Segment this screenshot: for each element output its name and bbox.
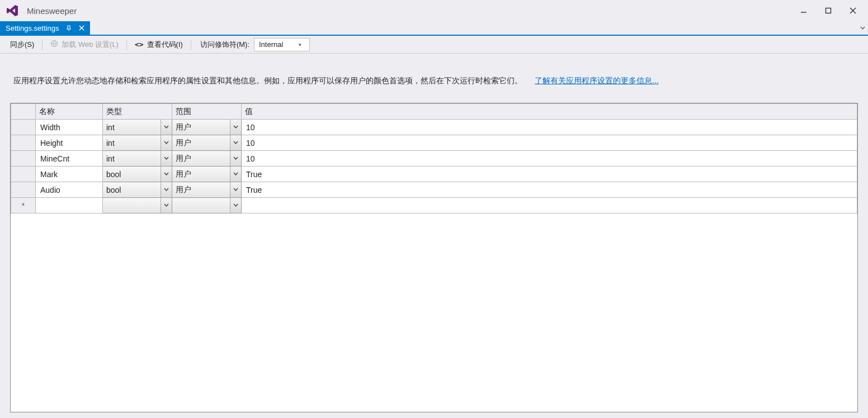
close-button[interactable] bbox=[846, 4, 860, 17]
chevron-down-icon[interactable] bbox=[161, 167, 172, 182]
value-cell[interactable]: 10 bbox=[242, 120, 857, 135]
chevron-down-icon[interactable] bbox=[161, 182, 172, 197]
view-code-button[interactable]: <> 查看代码(I) bbox=[130, 37, 187, 52]
description-text: 应用程序设置允许您动态地存储和检索应用程序的属性设置和其他信息。例如，应用程序可… bbox=[13, 76, 522, 85]
type-cell[interactable]: bool bbox=[103, 167, 172, 182]
chevron-down-icon[interactable] bbox=[230, 120, 241, 135]
window-controls bbox=[796, 4, 864, 17]
scope-value: 用户 bbox=[172, 136, 230, 150]
document-tab-bar: Settings.settings bbox=[0, 21, 868, 36]
type-cell[interactable]: int bbox=[103, 120, 172, 135]
scope-cell[interactable]: 用户 bbox=[172, 120, 242, 135]
tab-label: Settings.settings bbox=[6, 24, 59, 32]
table-row: Heightint用户10 bbox=[11, 135, 857, 151]
row-header[interactable] bbox=[11, 167, 36, 182]
pin-icon[interactable] bbox=[64, 24, 72, 32]
row-header[interactable] bbox=[11, 182, 36, 198]
content-area: 应用程序设置允许您动态地存储和检索应用程序的属性设置和其他信息。例如，应用程序可… bbox=[0, 54, 868, 418]
scope-cell[interactable]: 用户 bbox=[172, 135, 242, 151]
row-header[interactable] bbox=[11, 135, 36, 151]
chevron-down-icon[interactable] bbox=[161, 120, 172, 135]
svg-point-6 bbox=[51, 41, 58, 47]
chevron-down-icon[interactable] bbox=[230, 151, 241, 166]
col-header-name[interactable]: 名称 bbox=[36, 104, 103, 120]
chevron-down-icon[interactable] bbox=[230, 135, 241, 150]
type-cell[interactable]: int bbox=[103, 135, 172, 151]
description-row: 应用程序设置允许您动态地存储和检索应用程序的属性设置和其他信息。例如，应用程序可… bbox=[13, 76, 855, 86]
access-modifier-select[interactable]: Internal ▾ bbox=[254, 38, 310, 51]
svg-line-5 bbox=[79, 26, 84, 30]
scope-cell[interactable]: 用户 bbox=[172, 151, 242, 167]
value-cell[interactable]: 10 bbox=[242, 135, 857, 151]
type-value: bool bbox=[103, 168, 161, 180]
name-cell[interactable]: Mark bbox=[36, 167, 103, 182]
learn-more-link[interactable]: 了解有关应用程序设置的更多信息... bbox=[535, 76, 659, 85]
type-cell[interactable] bbox=[103, 198, 172, 213]
scope-value: 用户 bbox=[172, 168, 230, 181]
scope-cell[interactable]: 用户 bbox=[172, 167, 242, 182]
load-web-settings-button: 加载 Web 设置(L) bbox=[46, 37, 123, 52]
separator bbox=[191, 40, 191, 50]
chevron-down-icon: ▾ bbox=[299, 42, 301, 48]
table-row: Audiobool用户True bbox=[11, 182, 857, 198]
access-modifier-value: Internal bbox=[259, 40, 283, 49]
value-cell[interactable]: 10 bbox=[242, 151, 857, 167]
chevron-down-icon[interactable] bbox=[230, 167, 241, 182]
name-cell[interactable]: Height bbox=[36, 135, 103, 151]
window-title: Minesweeper bbox=[27, 6, 77, 16]
type-value: bool bbox=[103, 184, 161, 196]
minimize-button[interactable] bbox=[796, 4, 811, 17]
scope-cell[interactable]: 用户 bbox=[172, 182, 242, 198]
value-cell[interactable]: True bbox=[242, 167, 857, 182]
chevron-down-icon[interactable] bbox=[161, 135, 172, 150]
col-header-type[interactable]: 类型 bbox=[103, 104, 172, 120]
title-bar: Minesweeper bbox=[0, 0, 868, 21]
grid-header-row: 名称 类型 范围 值 bbox=[11, 104, 857, 120]
svg-line-2 bbox=[850, 8, 856, 13]
sync-button[interactable]: 同步(S) bbox=[6, 37, 39, 52]
chevron-down-icon[interactable] bbox=[161, 151, 172, 166]
col-header-value[interactable]: 值 bbox=[242, 104, 857, 120]
type-cell[interactable]: bool bbox=[103, 182, 172, 198]
scope-value bbox=[172, 204, 230, 207]
svg-line-4 bbox=[79, 26, 84, 30]
new-row-marker[interactable]: * bbox=[11, 198, 36, 213]
chevron-down-icon[interactable] bbox=[230, 198, 241, 213]
chevron-down-icon[interactable] bbox=[230, 182, 241, 197]
row-header[interactable] bbox=[11, 151, 36, 167]
chevron-down-icon[interactable] bbox=[161, 198, 172, 213]
table-row: Widthint用户10 bbox=[11, 120, 857, 135]
vs-logo-icon bbox=[4, 3, 20, 18]
table-row: MineCntint用户10 bbox=[11, 151, 857, 167]
name-cell[interactable]: MineCnt bbox=[36, 151, 103, 167]
row-header[interactable] bbox=[11, 120, 36, 135]
separator bbox=[42, 40, 43, 50]
name-cell[interactable]: Width bbox=[36, 120, 103, 135]
scope-value: 用户 bbox=[172, 152, 230, 165]
value-cell[interactable] bbox=[242, 198, 857, 213]
new-row: * bbox=[11, 198, 857, 213]
web-icon bbox=[50, 40, 58, 49]
type-value: int bbox=[103, 137, 161, 149]
settings-toolbar: 同步(S) 加载 Web 设置(L) <> 查看代码(I) 访问修饰符(M): … bbox=[0, 36, 868, 54]
scope-cell[interactable] bbox=[172, 198, 242, 213]
grid-corner bbox=[11, 104, 36, 120]
scope-value: 用户 bbox=[172, 121, 230, 134]
type-value: int bbox=[103, 121, 161, 134]
tab-overflow-button[interactable] bbox=[857, 21, 868, 35]
value-cell[interactable]: True bbox=[242, 182, 857, 198]
settings-grid: 名称 类型 范围 值 Widthint用户10Heightint用户10Mine… bbox=[10, 103, 858, 412]
close-icon[interactable] bbox=[78, 24, 86, 32]
svg-rect-1 bbox=[826, 8, 831, 13]
name-cell[interactable]: Audio bbox=[36, 182, 103, 198]
separator bbox=[126, 40, 127, 50]
type-value bbox=[103, 204, 161, 207]
col-header-scope[interactable]: 范围 bbox=[172, 104, 242, 120]
table-row: Markbool用户True bbox=[11, 167, 857, 182]
maximize-button[interactable] bbox=[821, 4, 836, 17]
tab-settings[interactable]: Settings.settings bbox=[0, 21, 90, 35]
access-modifier-label: 访问修饰符(M): bbox=[195, 37, 253, 52]
name-cell[interactable] bbox=[36, 198, 103, 213]
type-cell[interactable]: int bbox=[103, 151, 172, 167]
svg-line-3 bbox=[850, 8, 856, 13]
